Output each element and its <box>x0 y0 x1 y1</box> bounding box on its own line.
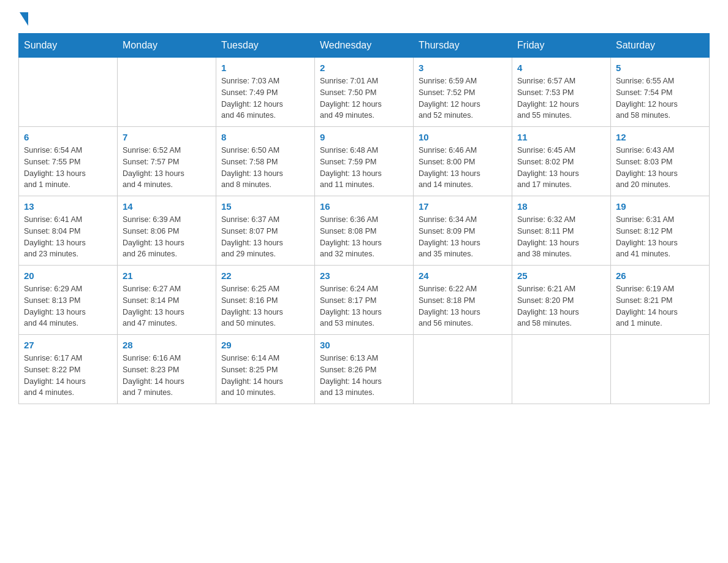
day-info: Sunrise: 6:52 AMSunset: 7:57 PMDaylight:… <box>123 145 211 191</box>
day-number: 30 <box>320 340 408 350</box>
calendar-header-row: Sunday Monday Tuesday Wednesday Thursday… <box>19 34 710 58</box>
day-info: Sunrise: 6:31 AMSunset: 8:12 PMDaylight:… <box>616 214 704 260</box>
calendar-cell: 5Sunrise: 6:55 AMSunset: 7:54 PMDaylight… <box>611 58 710 127</box>
calendar-cell: 19Sunrise: 6:31 AMSunset: 8:12 PMDayligh… <box>611 196 710 266</box>
calendar-cell: 21Sunrise: 6:27 AMSunset: 8:14 PMDayligh… <box>118 266 216 335</box>
day-number: 24 <box>419 270 507 281</box>
col-monday: Monday <box>118 34 216 58</box>
day-number: 12 <box>616 132 704 142</box>
col-saturday: Saturday <box>611 34 710 58</box>
col-thursday: Thursday <box>414 34 512 58</box>
day-info: Sunrise: 6:39 AMSunset: 8:06 PMDaylight:… <box>123 214 211 260</box>
col-sunday: Sunday <box>19 34 118 58</box>
day-info: Sunrise: 6:22 AMSunset: 8:18 PMDaylight:… <box>419 283 507 329</box>
calendar-cell: 1Sunrise: 7:03 AMSunset: 7:49 PMDaylight… <box>216 58 315 127</box>
day-info: Sunrise: 6:43 AMSunset: 8:03 PMDaylight:… <box>616 145 704 191</box>
day-number: 11 <box>517 132 605 142</box>
day-number: 28 <box>123 340 211 350</box>
calendar-cell: 28Sunrise: 6:16 AMSunset: 8:23 PMDayligh… <box>118 335 216 404</box>
day-info: Sunrise: 6:21 AMSunset: 8:20 PMDaylight:… <box>517 283 605 329</box>
calendar-cell <box>19 58 118 127</box>
calendar-cell: 10Sunrise: 6:46 AMSunset: 8:00 PMDayligh… <box>414 127 512 196</box>
day-info: Sunrise: 6:48 AMSunset: 7:59 PMDaylight:… <box>320 145 408 191</box>
calendar-cell: 18Sunrise: 6:32 AMSunset: 8:11 PMDayligh… <box>512 196 611 266</box>
calendar-cell: 3Sunrise: 6:59 AMSunset: 7:52 PMDaylight… <box>414 58 512 127</box>
calendar-cell: 23Sunrise: 6:24 AMSunset: 8:17 PMDayligh… <box>315 266 414 335</box>
day-number: 15 <box>221 201 309 212</box>
logo-arrow-icon <box>20 12 28 26</box>
calendar-week-row: 13Sunrise: 6:41 AMSunset: 8:04 PMDayligh… <box>19 196 710 266</box>
day-info: Sunrise: 6:41 AMSunset: 8:04 PMDaylight:… <box>24 214 112 260</box>
day-info: Sunrise: 6:50 AMSunset: 7:58 PMDaylight:… <box>221 145 309 191</box>
day-number: 18 <box>517 201 605 212</box>
day-info: Sunrise: 6:27 AMSunset: 8:14 PMDaylight:… <box>123 283 211 329</box>
day-info: Sunrise: 6:32 AMSunset: 8:11 PMDaylight:… <box>517 214 605 260</box>
calendar-week-row: 6Sunrise: 6:54 AMSunset: 7:55 PMDaylight… <box>19 127 710 196</box>
calendar-table: Sunday Monday Tuesday Wednesday Thursday… <box>18 33 710 404</box>
calendar-cell: 4Sunrise: 6:57 AMSunset: 7:53 PMDaylight… <box>512 58 611 127</box>
calendar-cell: 14Sunrise: 6:39 AMSunset: 8:06 PMDayligh… <box>118 196 216 266</box>
calendar-cell <box>512 335 611 404</box>
calendar-cell: 17Sunrise: 6:34 AMSunset: 8:09 PMDayligh… <box>414 196 512 266</box>
day-info: Sunrise: 6:59 AMSunset: 7:52 PMDaylight:… <box>419 75 507 121</box>
calendar-cell <box>118 58 216 127</box>
day-info: Sunrise: 6:13 AMSunset: 8:26 PMDaylight:… <box>320 353 408 399</box>
calendar-cell <box>611 335 710 404</box>
calendar-cell <box>414 335 512 404</box>
day-number: 2 <box>320 63 408 73</box>
day-number: 3 <box>419 63 507 73</box>
day-number: 20 <box>24 270 112 281</box>
calendar-cell: 12Sunrise: 6:43 AMSunset: 8:03 PMDayligh… <box>611 127 710 196</box>
calendar-cell: 20Sunrise: 6:29 AMSunset: 8:13 PMDayligh… <box>19 266 118 335</box>
page-header <box>18 12 710 21</box>
day-info: Sunrise: 6:19 AMSunset: 8:21 PMDaylight:… <box>616 283 704 329</box>
day-info: Sunrise: 7:03 AMSunset: 7:49 PMDaylight:… <box>221 75 309 121</box>
day-number: 25 <box>517 270 605 281</box>
day-number: 1 <box>221 63 309 73</box>
logo <box>18 12 28 21</box>
day-info: Sunrise: 6:46 AMSunset: 8:00 PMDaylight:… <box>419 145 507 191</box>
day-number: 23 <box>320 270 408 281</box>
calendar-week-row: 20Sunrise: 6:29 AMSunset: 8:13 PMDayligh… <box>19 266 710 335</box>
day-number: 17 <box>419 201 507 212</box>
day-info: Sunrise: 6:25 AMSunset: 8:16 PMDaylight:… <box>221 283 309 329</box>
calendar-cell: 9Sunrise: 6:48 AMSunset: 7:59 PMDaylight… <box>315 127 414 196</box>
calendar-week-row: 27Sunrise: 6:17 AMSunset: 8:22 PMDayligh… <box>19 335 710 404</box>
calendar-cell: 13Sunrise: 6:41 AMSunset: 8:04 PMDayligh… <box>19 196 118 266</box>
day-info: Sunrise: 6:57 AMSunset: 7:53 PMDaylight:… <box>517 75 605 121</box>
day-info: Sunrise: 6:29 AMSunset: 8:13 PMDaylight:… <box>24 283 112 329</box>
calendar-cell: 25Sunrise: 6:21 AMSunset: 8:20 PMDayligh… <box>512 266 611 335</box>
calendar-cell: 11Sunrise: 6:45 AMSunset: 8:02 PMDayligh… <box>512 127 611 196</box>
col-tuesday: Tuesday <box>216 34 315 58</box>
day-number: 19 <box>616 201 704 212</box>
day-info: Sunrise: 6:45 AMSunset: 8:02 PMDaylight:… <box>517 145 605 191</box>
day-info: Sunrise: 6:14 AMSunset: 8:25 PMDaylight:… <box>221 353 309 399</box>
calendar-cell: 6Sunrise: 6:54 AMSunset: 7:55 PMDaylight… <box>19 127 118 196</box>
day-number: 5 <box>616 63 704 73</box>
day-number: 13 <box>24 201 112 212</box>
calendar-cell: 15Sunrise: 6:37 AMSunset: 8:07 PMDayligh… <box>216 196 315 266</box>
calendar-cell: 8Sunrise: 6:50 AMSunset: 7:58 PMDaylight… <box>216 127 315 196</box>
calendar-cell: 30Sunrise: 6:13 AMSunset: 8:26 PMDayligh… <box>315 335 414 404</box>
day-number: 4 <box>517 63 605 73</box>
day-number: 22 <box>221 270 309 281</box>
calendar-cell: 24Sunrise: 6:22 AMSunset: 8:18 PMDayligh… <box>414 266 512 335</box>
day-number: 16 <box>320 201 408 212</box>
day-number: 8 <box>221 132 309 142</box>
day-info: Sunrise: 7:01 AMSunset: 7:50 PMDaylight:… <box>320 75 408 121</box>
calendar-cell: 2Sunrise: 7:01 AMSunset: 7:50 PMDaylight… <box>315 58 414 127</box>
calendar-cell: 26Sunrise: 6:19 AMSunset: 8:21 PMDayligh… <box>611 266 710 335</box>
calendar-cell: 7Sunrise: 6:52 AMSunset: 7:57 PMDaylight… <box>118 127 216 196</box>
day-info: Sunrise: 6:34 AMSunset: 8:09 PMDaylight:… <box>419 214 507 260</box>
day-number: 27 <box>24 340 112 350</box>
day-number: 6 <box>24 132 112 142</box>
calendar-week-row: 1Sunrise: 7:03 AMSunset: 7:49 PMDaylight… <box>19 58 710 127</box>
col-friday: Friday <box>512 34 611 58</box>
calendar-cell: 22Sunrise: 6:25 AMSunset: 8:16 PMDayligh… <box>216 266 315 335</box>
day-number: 21 <box>123 270 211 281</box>
day-number: 9 <box>320 132 408 142</box>
col-wednesday: Wednesday <box>315 34 414 58</box>
calendar-cell: 29Sunrise: 6:14 AMSunset: 8:25 PMDayligh… <box>216 335 315 404</box>
day-info: Sunrise: 6:17 AMSunset: 8:22 PMDaylight:… <box>24 353 112 399</box>
day-info: Sunrise: 6:54 AMSunset: 7:55 PMDaylight:… <box>24 145 112 191</box>
